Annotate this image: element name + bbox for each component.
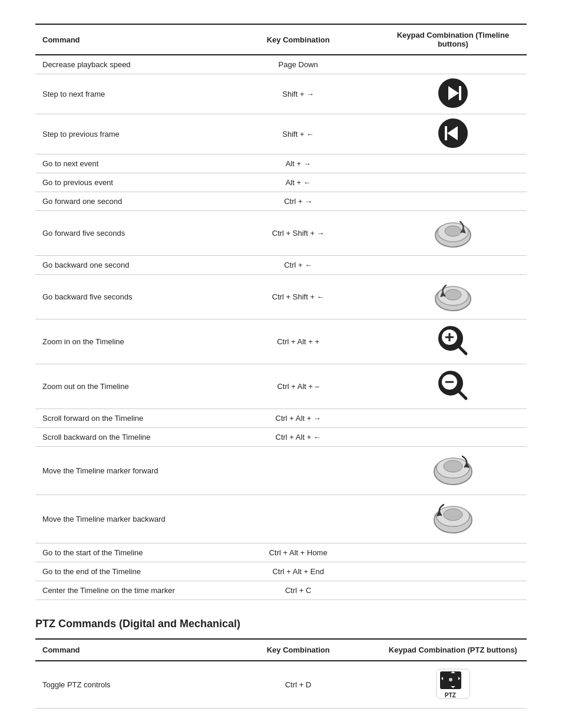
command-cell: Go to the end of the Timeline — [35, 562, 217, 581]
svg-point-37 — [449, 678, 452, 681]
timeline-table: Command Key Combination Keypad Combinati… — [35, 24, 527, 600]
ptz-table: Command Key Combination Keypad Combinati… — [35, 638, 527, 709]
jog-backward-icon — [432, 278, 474, 314]
svg-line-22 — [459, 391, 466, 398]
table-row: Go backward five seconds Ctrl + Shift + … — [35, 275, 527, 319]
svg-point-29 — [444, 509, 462, 521]
key-cell: Shift + → — [217, 74, 379, 114]
key-cell: Page Down — [217, 55, 379, 74]
marker-forward-icon — [429, 450, 477, 489]
ptz-col-header-command: Command — [35, 639, 217, 661]
table-row: Zoom out on the Timeline Ctrl + Alt + – — [35, 364, 527, 409]
svg-rect-2 — [459, 86, 461, 100]
command-cell: Zoom in on the Timeline — [35, 319, 217, 364]
table-row: Go to next event Alt + → — [35, 154, 527, 173]
key-cell: Ctrl + Alt + End — [217, 562, 379, 581]
jog-forward-icon — [432, 215, 474, 250]
zoom-in-icon — [435, 323, 471, 358]
col-header-keypad: Keypad Combination (Timeline buttons) — [379, 24, 527, 55]
table-row: Step to previous frame Shift + ← — [35, 114, 527, 154]
keypad-cell — [379, 55, 527, 74]
col-header-command: Command — [35, 24, 217, 55]
zoom-out-icon — [435, 368, 471, 403]
table-row: Go forward one second Ctrl + → — [35, 192, 527, 211]
key-cell — [217, 447, 379, 495]
svg-rect-5 — [445, 126, 447, 140]
command-cell: Zoom out on the Timeline — [35, 364, 217, 409]
keypad-cell — [379, 319, 527, 364]
keypad-cell: PTZ — [379, 661, 527, 708]
svg-point-25 — [444, 460, 462, 472]
table-row: Scroll backward on the Timeline Ctrl + A… — [35, 428, 527, 447]
key-cell: Alt + ← — [217, 173, 379, 192]
key-cell: Alt + → — [217, 154, 379, 173]
keypad-cell — [379, 562, 527, 581]
ptz-col-header-key: Key Combination — [217, 639, 379, 661]
command-cell: Go to previous event — [35, 173, 217, 192]
command-cell: Step to next frame — [35, 74, 217, 114]
table-row: Go backward one second Ctrl + ← — [35, 256, 527, 275]
keypad-cell — [379, 543, 527, 562]
keypad-cell — [379, 192, 527, 211]
keypad-cell — [379, 447, 527, 495]
table-row: Go forward five seconds Ctrl + Shift + → — [35, 211, 527, 256]
ptz-toggle-icon: PTZ — [434, 667, 472, 701]
keypad-cell — [379, 256, 527, 275]
table-row: Decrease playback speed Page Down — [35, 55, 527, 74]
table-row: Move the Timeline marker forward — [35, 447, 527, 495]
keypad-cell — [379, 74, 527, 114]
keypad-cell — [379, 495, 527, 543]
table-row: Scroll forward on the Timeline Ctrl + Al… — [35, 409, 527, 428]
svg-point-8 — [445, 226, 461, 236]
command-cell: Decrease playback speed — [35, 55, 217, 74]
command-cell: Go to next event — [35, 154, 217, 173]
svg-point-12 — [445, 289, 461, 300]
command-cell: Toggle PTZ controls — [35, 661, 217, 708]
key-cell: Ctrl + Shift + ← — [217, 275, 379, 319]
key-cell: Ctrl + Alt + Home — [217, 543, 379, 562]
keypad-cell — [379, 173, 527, 192]
marker-backward-icon — [429, 499, 477, 538]
keypad-cell — [379, 275, 527, 319]
key-cell: Ctrl + → — [217, 192, 379, 211]
key-cell: Ctrl + Alt + → — [217, 409, 379, 428]
table-row: Go to the start of the Timeline Ctrl + A… — [35, 543, 527, 562]
key-cell: Ctrl + D — [217, 661, 379, 708]
step-backward-icon — [438, 118, 468, 149]
command-cell: Scroll backward on the Timeline — [35, 428, 217, 447]
key-cell: Ctrl + Shift + → — [217, 211, 379, 256]
keypad-cell — [379, 211, 527, 256]
ptz-section-heading: PTZ Commands (Digital and Mechanical) — [35, 618, 527, 630]
col-header-key: Key Combination — [217, 24, 379, 55]
key-cell — [217, 495, 379, 543]
command-cell: Go forward one second — [35, 192, 217, 211]
keypad-cell — [379, 581, 527, 600]
command-cell: Go backward five seconds — [35, 275, 217, 319]
command-cell: Go to the start of the Timeline — [35, 543, 217, 562]
svg-text:PTZ: PTZ — [445, 692, 456, 699]
svg-line-18 — [459, 347, 466, 354]
key-cell: Shift + ← — [217, 114, 379, 154]
table-row: Toggle PTZ controls Ctrl + D — [35, 661, 527, 708]
keypad-cell — [379, 114, 527, 154]
command-cell: Center the Timeline on the time marker — [35, 581, 217, 600]
key-cell: Ctrl + C — [217, 581, 379, 600]
keypad-cell — [379, 154, 527, 173]
table-row: Step to next frame Shift + → — [35, 74, 527, 114]
step-forward-icon — [438, 78, 468, 108]
command-cell: Scroll forward on the Timeline — [35, 409, 217, 428]
command-cell: Move the Timeline marker forward — [35, 447, 217, 495]
command-cell: Step to previous frame — [35, 114, 217, 154]
key-cell: Ctrl + Alt + – — [217, 364, 379, 409]
table-row: Zoom in on the Timeline Ctrl + Alt + + — [35, 319, 527, 364]
command-cell: Go backward one second — [35, 256, 217, 275]
key-cell: Ctrl + ← — [217, 256, 379, 275]
keypad-cell — [379, 364, 527, 409]
table-row: Center the Timeline on the time marker C… — [35, 581, 527, 600]
key-cell: Ctrl + Alt + + — [217, 319, 379, 364]
table-row: Go to the end of the Timeline Ctrl + Alt… — [35, 562, 527, 581]
key-cell: Ctrl + Alt + ← — [217, 428, 379, 447]
command-cell: Go forward five seconds — [35, 211, 217, 256]
keypad-cell — [379, 409, 527, 428]
command-cell: Move the Timeline marker backward — [35, 495, 217, 543]
